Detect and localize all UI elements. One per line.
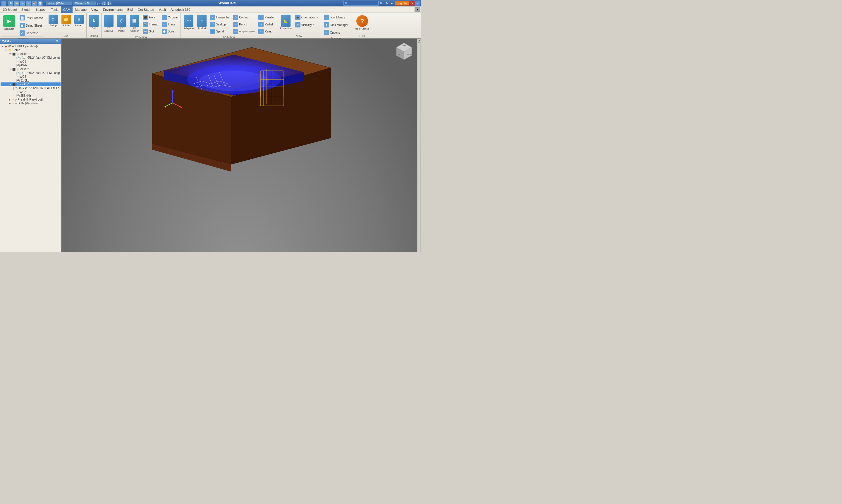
slot-button[interactable]: ▬ Slot xyxy=(141,28,160,35)
tree-root[interactable]: ▼ ◆ WoodHalf1 Operation(s) xyxy=(1,44,60,48)
tree-pocket2-size[interactable]: 💾 31.3kb xyxy=(1,79,60,83)
toolbar-save[interactable]: 💾 xyxy=(8,1,14,6)
menu-tools[interactable]: Tools xyxy=(49,6,61,13)
trace-button[interactable]: — Trace xyxy=(160,21,179,28)
pocket-button[interactable]: ◇ Pocket xyxy=(196,14,208,31)
ribbon-group-view: 📐 Projection 📷 Orientation ▾ 👁 Visibilit… xyxy=(277,13,321,38)
tree-pocket1-label: Pocket1 xyxy=(18,52,29,56)
cam-panel: CAM - ? ▼ ◆ WoodHalf1 Operation(s) ▼ 📁 S… xyxy=(0,39,62,252)
toolbar-arrow-left[interactable]: ◁ xyxy=(101,1,106,5)
tree-scallop1[interactable]: ▼ ⬛ ‖ Scallop1 xyxy=(1,83,60,86)
options-button[interactable]: ⚙ Options xyxy=(322,29,350,36)
scroll-thumb[interactable] xyxy=(418,42,420,252)
cube-navigator[interactable]: TOP LEFT FRONT xyxy=(395,41,414,60)
horizontal-button[interactable]: ≡ Horizontal xyxy=(209,14,231,21)
visibility-button[interactable]: 👁 Visibility ▾ xyxy=(294,21,320,28)
2d-adaptive-button[interactable]: ↔ 2DAdaptive xyxy=(103,14,115,33)
menu-vault[interactable]: Vault xyxy=(157,6,168,13)
menu-sketch[interactable]: Sketch xyxy=(19,6,34,13)
menu-bim[interactable]: BIM xyxy=(125,6,136,13)
tree-scallop1-size[interactable]: 💾 256.4kb xyxy=(1,94,60,98)
ribbon-group-drilling: ⬇ Drill Drilling xyxy=(87,13,102,38)
viewport-scrollbar[interactable]: ▲ ▼ xyxy=(417,39,421,252)
tree-pocket1-tool[interactable]: ‖ 🔧 #1 - Ø1/2" flat (1/2" EM Long) xyxy=(1,56,60,60)
tree-setup1[interactable]: ▼ 📁 Setup1 xyxy=(1,48,60,52)
tree-pocket1-size-label: 49kb xyxy=(20,64,27,67)
drill-button[interactable]: ⬇ Drill xyxy=(88,14,100,31)
menu-autodesk360[interactable]: Autodesk 360 xyxy=(168,6,193,13)
toolbar-collapse[interactable]: ▾ xyxy=(415,7,420,12)
toolbar-redo[interactable]: ↪ xyxy=(26,1,31,6)
toolbar-home[interactable]: 🏠 xyxy=(32,1,37,6)
search-icon[interactable]: 🔍 xyxy=(379,1,384,5)
scallop-button[interactable]: ⌒ Scallop xyxy=(209,21,231,28)
pencil-button[interactable]: ✏ Pencil xyxy=(231,21,256,28)
viewport[interactable]: TOP LEFT FRONT ▲ ▼ x y xyxy=(62,39,421,252)
sign-in-button[interactable]: Sign In xyxy=(395,1,409,5)
tree-pocket1-wcs[interactable]: ↗ WCS xyxy=(1,60,60,64)
orientation-button[interactable]: 📷 Orientation ▾ xyxy=(294,14,320,21)
morphed-spiral-button[interactable]: 〜 Morphed Spiral xyxy=(231,28,256,35)
tree-predrill[interactable]: ▶ + ⊕ Pre-drill [Rapid out] xyxy=(1,98,60,102)
toolbar-open[interactable]: 📂 xyxy=(14,1,19,6)
simulate-button[interactable]: ▶ Simulate xyxy=(1,14,17,32)
tree-pocket1[interactable]: ▼ ⬛ ‖ Pocket1 xyxy=(1,52,60,56)
setup-sheet-button[interactable]: 📋 Setup Sheet xyxy=(18,22,45,29)
toolbar-extra[interactable]: 📊 xyxy=(37,1,43,6)
title-bar: 🔧 💾 📂 ↩ ↪ 🏠 📊 Wood (Walnu...▾ Walnut - N… xyxy=(0,0,421,6)
menu-view[interactable]: View xyxy=(89,6,101,13)
menu-inspect[interactable]: Inspect xyxy=(34,6,49,13)
close-button[interactable]: ✕ xyxy=(410,1,415,5)
face-button[interactable]: ⬛ Face xyxy=(141,14,160,21)
tree-pocket1-size[interactable]: 💾 49kb xyxy=(1,64,60,67)
tree-scallop1-wcs[interactable]: ↗ WCS xyxy=(1,90,60,94)
parallel-button[interactable]: ∥ Parallel xyxy=(257,14,276,21)
menu-getstarted[interactable]: Get Started xyxy=(136,6,157,13)
menu-cam[interactable]: CAM xyxy=(61,6,73,13)
menu-manage[interactable]: Manage xyxy=(73,6,89,13)
tree-pocket2-wcs[interactable]: ↗ WCS xyxy=(1,75,60,79)
tree-scallop1-tool-label: #2 - Ø1/2" ball (1/2" Ball EM Lo... xyxy=(19,87,61,90)
tree-predrill-label: Pre-drill [Rapid out] xyxy=(18,98,43,101)
generate-button[interactable]: ⚙ Generate xyxy=(18,30,45,37)
cam-panel-header: CAM - ? xyxy=(0,39,61,44)
settings-icon[interactable]: ⚙ xyxy=(384,1,389,5)
search-box[interactable]: 🔍 xyxy=(344,1,379,5)
folder-button[interactable]: 📁 Folder xyxy=(60,14,72,28)
post-process-button[interactable]: 📄 Post Process xyxy=(18,14,45,21)
menu-3dmodel[interactable]: 3D Model xyxy=(1,6,19,13)
tree-scallop1-tool[interactable]: ‖ 🔧 #2 - Ø1/2" ball (1/2" Ball EM Lo... xyxy=(1,86,60,90)
radial-button[interactable]: ◎ Radial xyxy=(257,21,276,28)
setup-button[interactable]: ⚙ Setup xyxy=(47,14,59,28)
color-dropdown[interactable]: Walnut - N...▾ xyxy=(73,1,96,5)
toolbar-arrow-right[interactable]: ▷ xyxy=(107,1,112,5)
fx-indicator: ƒx xyxy=(97,2,100,5)
adaptive-button[interactable]: 〰 Adaptive xyxy=(182,14,195,31)
2d-pocket-button[interactable]: ⬡ 2DPocket xyxy=(116,14,128,33)
2d-contour-button[interactable]: ⬜ 2DContour xyxy=(128,14,141,33)
ramp-button[interactable]: ∧ Ramp xyxy=(257,28,276,35)
tree-pocket2-tool[interactable]: ‖ 🔧 #1 - Ø1/2" flat (1/2" EM Long) xyxy=(1,71,60,75)
help-group-label: Help xyxy=(353,34,372,38)
circular-button[interactable]: ○ Circular xyxy=(160,14,179,21)
star-icon[interactable]: ★ xyxy=(390,1,394,5)
tool-library-button[interactable]: 🔧 Tool Library xyxy=(322,14,350,21)
task-manager-button[interactable]: 📋 Task Manager xyxy=(322,21,350,28)
cam-help-icon[interactable]: ? xyxy=(55,39,59,43)
help-button[interactable]: ? xyxy=(415,1,420,5)
bore-button[interactable]: ⬤ Bore xyxy=(160,28,179,35)
tree-pocket1-wcs-label: WCS xyxy=(20,60,26,63)
projection-button[interactable]: 📐 Projection xyxy=(279,14,293,31)
menu-environments[interactable]: Environments xyxy=(101,6,125,13)
contour-button[interactable]: ⬡ Contour xyxy=(231,14,256,21)
pattern-button[interactable]: ⊞ Pattern xyxy=(73,14,85,28)
tree-scallop1-wcs-label: WCS xyxy=(20,90,26,93)
tree-pocket2[interactable]: ▼ ⬛ ‖ Pocket2 xyxy=(1,67,60,71)
spiral-button[interactable]: 🌀 Spiral xyxy=(209,28,231,35)
scroll-up-arrow[interactable]: ▲ xyxy=(418,39,421,42)
material-dropdown[interactable]: Wood (Walnu...▾ xyxy=(46,1,72,5)
thread-button[interactable]: 🔩 Thread xyxy=(141,21,160,28)
help-tutorials-button[interactable]: ? Help/Tutorials xyxy=(353,14,372,32)
tree-drill2[interactable]: ▶ + ⊕ Drill2 [Rapid out] xyxy=(1,102,60,105)
toolbar-undo[interactable]: ↩ xyxy=(20,1,25,6)
